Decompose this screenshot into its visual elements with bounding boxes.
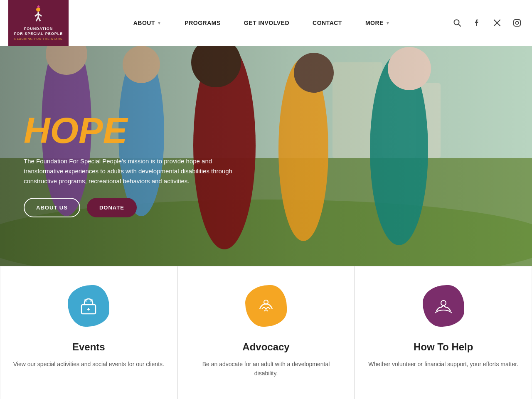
advocacy-icon-blob: [245, 285, 287, 327]
how-to-help-desc: Whether volunteer or financial support, …: [367, 360, 519, 369]
logo-icon: [30, 5, 47, 25]
logo-name: FOUNDATION: [24, 27, 53, 32]
svg-point-30: [84, 299, 87, 302]
chevron-down-icon: ▼: [157, 21, 161, 25]
how-to-help-icon-blob: [423, 285, 464, 327]
svg-line-5: [38, 17, 40, 21]
twitter-x-icon[interactable]: [490, 16, 504, 30]
hero-content: HOPE The Foundation For Special People's…: [24, 112, 248, 217]
search-button[interactable]: [451, 16, 464, 30]
logo[interactable]: FOUNDATION FOR SPECIAL PEOPLE REACHING F…: [8, 0, 69, 46]
advocacy-icon-wrap: [242, 283, 290, 329]
svg-rect-8: [514, 20, 520, 26]
svg-point-9: [516, 22, 519, 25]
cards-section: Events View our special activities and s…: [0, 266, 532, 399]
about-us-button[interactable]: ABOUT US: [24, 198, 80, 217]
advocacy-title: Advocacy: [190, 341, 342, 353]
how-to-help-title: How To Help: [367, 341, 519, 353]
how-to-help-icon-wrap: [419, 283, 467, 329]
nav-contact[interactable]: CONTACT: [301, 0, 354, 46]
events-card: Events View our special activities and s…: [0, 266, 177, 399]
svg-point-31: [90, 299, 93, 302]
hero-title: HOPE: [24, 112, 248, 149]
svg-line-7: [458, 24, 461, 26]
advocacy-desc: Be an advocate for an adult with a devel…: [190, 360, 342, 378]
instagram-icon[interactable]: [510, 16, 524, 30]
events-icon-wrap: [65, 283, 113, 329]
hero-description: The Foundation For Special People's miss…: [24, 156, 248, 186]
events-icon-blob: [68, 285, 109, 327]
svg-point-33: [441, 300, 446, 305]
logo-tagline: REACHING FOR THE STARS: [14, 37, 62, 40]
nav-programs[interactable]: PROGRAMS: [173, 0, 232, 46]
nav-get-involved[interactable]: GET INVOLVED: [232, 0, 301, 46]
events-desc: View our special activities and social e…: [13, 360, 165, 369]
navbar: FOUNDATION FOR SPECIAL PEOPLE REACHING F…: [0, 0, 532, 46]
nav-more[interactable]: MORE ▼: [354, 0, 401, 46]
how-to-help-card: How To Help Whether volunteer or financi…: [355, 266, 532, 399]
advocacy-card: Advocacy Be an advocate for an adult wit…: [177, 266, 355, 399]
nav-about[interactable]: ABOUT ▼: [122, 0, 173, 46]
logo-name2: FOR SPECIAL PEOPLE: [14, 32, 63, 37]
nav-links: ABOUT ▼ PROGRAMS GET INVOLVED CONTACT MO…: [73, 0, 451, 46]
events-title: Events: [13, 341, 165, 353]
svg-point-0: [36, 7, 40, 12]
svg-point-10: [519, 21, 520, 22]
chevron-down-icon: ▼: [386, 21, 390, 25]
facebook-icon[interactable]: [470, 16, 484, 30]
donate-button[interactable]: DONATE: [87, 198, 137, 217]
nav-social-icons: [451, 16, 524, 30]
hero-buttons: ABOUT US DONATE: [24, 198, 248, 217]
